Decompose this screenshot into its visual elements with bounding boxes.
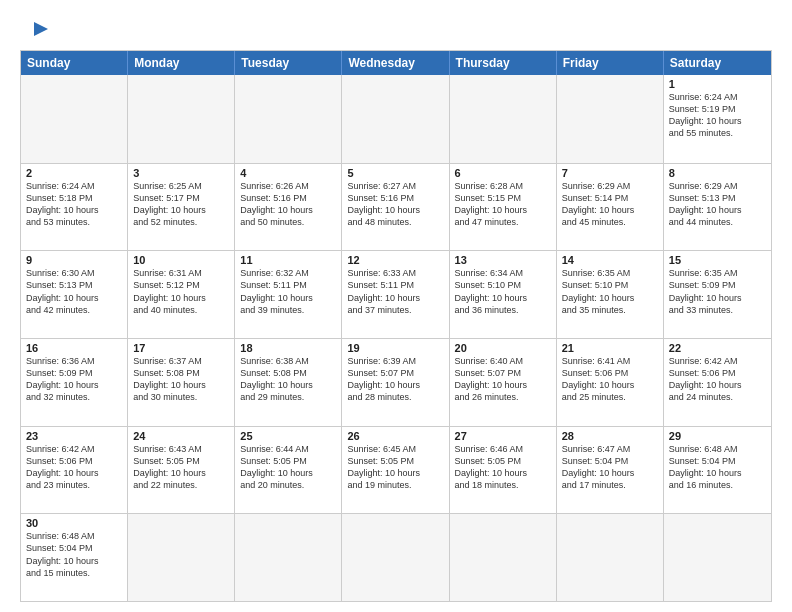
- calendar-week-3: 9Sunrise: 6:30 AM Sunset: 5:13 PM Daylig…: [21, 250, 771, 338]
- header-day-tuesday: Tuesday: [235, 51, 342, 75]
- calendar-cell: [342, 514, 449, 601]
- day-info: Sunrise: 6:47 AM Sunset: 5:04 PM Dayligh…: [562, 443, 658, 492]
- calendar-cell: 29Sunrise: 6:48 AM Sunset: 5:04 PM Dayli…: [664, 427, 771, 514]
- calendar-cell: 23Sunrise: 6:42 AM Sunset: 5:06 PM Dayli…: [21, 427, 128, 514]
- calendar-cell: 13Sunrise: 6:34 AM Sunset: 5:10 PM Dayli…: [450, 251, 557, 338]
- logo-icon: [28, 18, 50, 40]
- calendar-cell: 9Sunrise: 6:30 AM Sunset: 5:13 PM Daylig…: [21, 251, 128, 338]
- day-info: Sunrise: 6:43 AM Sunset: 5:05 PM Dayligh…: [133, 443, 229, 492]
- header-day-monday: Monday: [128, 51, 235, 75]
- calendar-cell: 2Sunrise: 6:24 AM Sunset: 5:18 PM Daylig…: [21, 164, 128, 251]
- day-number: 30: [26, 517, 122, 529]
- day-info: Sunrise: 6:48 AM Sunset: 5:04 PM Dayligh…: [26, 530, 122, 579]
- calendar-cell: 1Sunrise: 6:24 AM Sunset: 5:19 PM Daylig…: [664, 75, 771, 163]
- page: SundayMondayTuesdayWednesdayThursdayFrid…: [0, 0, 792, 612]
- calendar-cell: 16Sunrise: 6:36 AM Sunset: 5:09 PM Dayli…: [21, 339, 128, 426]
- day-number: 14: [562, 254, 658, 266]
- day-info: Sunrise: 6:24 AM Sunset: 5:18 PM Dayligh…: [26, 180, 122, 229]
- day-info: Sunrise: 6:42 AM Sunset: 5:06 PM Dayligh…: [669, 355, 766, 404]
- calendar-cell: 27Sunrise: 6:46 AM Sunset: 5:05 PM Dayli…: [450, 427, 557, 514]
- calendar-cell: [128, 514, 235, 601]
- day-number: 28: [562, 430, 658, 442]
- calendar-week-6: 30Sunrise: 6:48 AM Sunset: 5:04 PM Dayli…: [21, 513, 771, 601]
- day-number: 10: [133, 254, 229, 266]
- calendar-cell: [557, 514, 664, 601]
- calendar-cell: 30Sunrise: 6:48 AM Sunset: 5:04 PM Dayli…: [21, 514, 128, 601]
- day-info: Sunrise: 6:26 AM Sunset: 5:16 PM Dayligh…: [240, 180, 336, 229]
- day-number: 8: [669, 167, 766, 179]
- calendar-cell: [235, 514, 342, 601]
- calendar: SundayMondayTuesdayWednesdayThursdayFrid…: [20, 50, 772, 602]
- header: [20, 18, 772, 40]
- day-number: 21: [562, 342, 658, 354]
- calendar-cell: [342, 75, 449, 163]
- day-number: 25: [240, 430, 336, 442]
- day-number: 6: [455, 167, 551, 179]
- calendar-week-4: 16Sunrise: 6:36 AM Sunset: 5:09 PM Dayli…: [21, 338, 771, 426]
- day-info: Sunrise: 6:24 AM Sunset: 5:19 PM Dayligh…: [669, 91, 766, 140]
- day-number: 19: [347, 342, 443, 354]
- header-day-thursday: Thursday: [450, 51, 557, 75]
- day-number: 26: [347, 430, 443, 442]
- calendar-body: 1Sunrise: 6:24 AM Sunset: 5:19 PM Daylig…: [21, 75, 771, 601]
- calendar-cell: 8Sunrise: 6:29 AM Sunset: 5:13 PM Daylig…: [664, 164, 771, 251]
- day-info: Sunrise: 6:27 AM Sunset: 5:16 PM Dayligh…: [347, 180, 443, 229]
- calendar-cell: 21Sunrise: 6:41 AM Sunset: 5:06 PM Dayli…: [557, 339, 664, 426]
- day-number: 17: [133, 342, 229, 354]
- day-number: 15: [669, 254, 766, 266]
- day-number: 4: [240, 167, 336, 179]
- calendar-week-2: 2Sunrise: 6:24 AM Sunset: 5:18 PM Daylig…: [21, 163, 771, 251]
- day-number: 2: [26, 167, 122, 179]
- day-info: Sunrise: 6:39 AM Sunset: 5:07 PM Dayligh…: [347, 355, 443, 404]
- calendar-cell: 26Sunrise: 6:45 AM Sunset: 5:05 PM Dayli…: [342, 427, 449, 514]
- calendar-header: SundayMondayTuesdayWednesdayThursdayFrid…: [21, 51, 771, 75]
- day-number: 22: [669, 342, 766, 354]
- day-info: Sunrise: 6:30 AM Sunset: 5:13 PM Dayligh…: [26, 267, 122, 316]
- day-info: Sunrise: 6:29 AM Sunset: 5:14 PM Dayligh…: [562, 180, 658, 229]
- calendar-cell: [450, 514, 557, 601]
- day-number: 9: [26, 254, 122, 266]
- header-day-wednesday: Wednesday: [342, 51, 449, 75]
- calendar-week-5: 23Sunrise: 6:42 AM Sunset: 5:06 PM Dayli…: [21, 426, 771, 514]
- day-number: 13: [455, 254, 551, 266]
- day-info: Sunrise: 6:32 AM Sunset: 5:11 PM Dayligh…: [240, 267, 336, 316]
- day-info: Sunrise: 6:45 AM Sunset: 5:05 PM Dayligh…: [347, 443, 443, 492]
- calendar-cell: [664, 514, 771, 601]
- calendar-cell: 12Sunrise: 6:33 AM Sunset: 5:11 PM Dayli…: [342, 251, 449, 338]
- calendar-cell: 18Sunrise: 6:38 AM Sunset: 5:08 PM Dayli…: [235, 339, 342, 426]
- calendar-cell: 25Sunrise: 6:44 AM Sunset: 5:05 PM Dayli…: [235, 427, 342, 514]
- day-number: 11: [240, 254, 336, 266]
- calendar-cell: 11Sunrise: 6:32 AM Sunset: 5:11 PM Dayli…: [235, 251, 342, 338]
- calendar-cell: [557, 75, 664, 163]
- day-number: 16: [26, 342, 122, 354]
- day-number: 27: [455, 430, 551, 442]
- calendar-cell: [128, 75, 235, 163]
- day-info: Sunrise: 6:25 AM Sunset: 5:17 PM Dayligh…: [133, 180, 229, 229]
- day-info: Sunrise: 6:29 AM Sunset: 5:13 PM Dayligh…: [669, 180, 766, 229]
- calendar-cell: 20Sunrise: 6:40 AM Sunset: 5:07 PM Dayli…: [450, 339, 557, 426]
- day-info: Sunrise: 6:41 AM Sunset: 5:06 PM Dayligh…: [562, 355, 658, 404]
- day-info: Sunrise: 6:34 AM Sunset: 5:10 PM Dayligh…: [455, 267, 551, 316]
- calendar-cell: 19Sunrise: 6:39 AM Sunset: 5:07 PM Dayli…: [342, 339, 449, 426]
- logo: [20, 18, 50, 40]
- calendar-cell: [21, 75, 128, 163]
- day-info: Sunrise: 6:28 AM Sunset: 5:15 PM Dayligh…: [455, 180, 551, 229]
- header-day-friday: Friday: [557, 51, 664, 75]
- day-number: 7: [562, 167, 658, 179]
- calendar-cell: [235, 75, 342, 163]
- day-number: 5: [347, 167, 443, 179]
- calendar-cell: 28Sunrise: 6:47 AM Sunset: 5:04 PM Dayli…: [557, 427, 664, 514]
- day-number: 29: [669, 430, 766, 442]
- calendar-week-1: 1Sunrise: 6:24 AM Sunset: 5:19 PM Daylig…: [21, 75, 771, 163]
- calendar-cell: 15Sunrise: 6:35 AM Sunset: 5:09 PM Dayli…: [664, 251, 771, 338]
- day-info: Sunrise: 6:31 AM Sunset: 5:12 PM Dayligh…: [133, 267, 229, 316]
- calendar-cell: 3Sunrise: 6:25 AM Sunset: 5:17 PM Daylig…: [128, 164, 235, 251]
- day-info: Sunrise: 6:36 AM Sunset: 5:09 PM Dayligh…: [26, 355, 122, 404]
- day-number: 20: [455, 342, 551, 354]
- day-info: Sunrise: 6:44 AM Sunset: 5:05 PM Dayligh…: [240, 443, 336, 492]
- calendar-cell: 6Sunrise: 6:28 AM Sunset: 5:15 PM Daylig…: [450, 164, 557, 251]
- calendar-cell: 7Sunrise: 6:29 AM Sunset: 5:14 PM Daylig…: [557, 164, 664, 251]
- calendar-cell: 5Sunrise: 6:27 AM Sunset: 5:16 PM Daylig…: [342, 164, 449, 251]
- header-day-saturday: Saturday: [664, 51, 771, 75]
- day-number: 3: [133, 167, 229, 179]
